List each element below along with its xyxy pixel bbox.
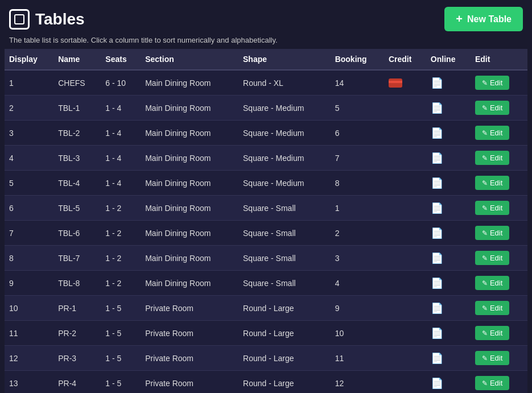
cell-name: TBL-1 (53, 96, 101, 121)
table-row: 8TBL-71 - 2Main Dining RoomSquare - Smal… (5, 246, 527, 271)
cell-credit (384, 70, 426, 96)
cell-name: TBL-3 (53, 146, 101, 171)
col-display[interactable]: Display (5, 49, 53, 70)
cell-edit: ✎Edit (471, 321, 527, 346)
edit-label: Edit (490, 179, 502, 187)
cell-credit (384, 196, 426, 221)
cell-shape: Round - Large (238, 371, 331, 394)
table-row: 12PR-31 - 5Private RoomRound - Large11📄✎… (5, 346, 527, 371)
pencil-icon: ✎ (482, 104, 488, 112)
logo-icon-inner (14, 14, 24, 24)
cell-section: Main Dining Room (141, 221, 238, 246)
cell-section: Private Room (141, 346, 238, 371)
new-table-button[interactable]: + New Table (444, 7, 523, 31)
plus-icon: + (456, 13, 463, 26)
edit-label: Edit (490, 229, 502, 237)
edit-button[interactable]: ✎Edit (475, 351, 509, 365)
edit-button[interactable]: ✎Edit (475, 101, 509, 115)
online-icon: 📄 (431, 152, 443, 164)
pencil-icon: ✎ (482, 254, 488, 262)
edit-label: Edit (490, 129, 502, 137)
cell-shape: Square - Medium (238, 121, 331, 146)
new-table-label: New Table (467, 14, 512, 24)
edit-button[interactable]: ✎Edit (475, 76, 509, 90)
edit-label: Edit (490, 204, 502, 212)
edit-button[interactable]: ✎Edit (475, 251, 509, 265)
cell-booking: 7 (331, 146, 384, 171)
cell-booking: 2 (331, 221, 384, 246)
pencil-icon: ✎ (482, 354, 488, 362)
edit-button[interactable]: ✎Edit (475, 226, 509, 240)
cell-credit (384, 346, 426, 371)
table-row: 13PR-41 - 5Private RoomRound - Large12📄✎… (5, 371, 527, 394)
edit-button[interactable]: ✎Edit (475, 126, 509, 140)
online-icon: 📄 (431, 77, 443, 89)
cell-online: 📄 (426, 271, 471, 296)
cell-booking: 5 (331, 96, 384, 121)
edit-button[interactable]: ✎Edit (475, 276, 509, 290)
cell-seats: 6 - 10 (101, 70, 141, 96)
col-edit[interactable]: Edit (471, 49, 527, 70)
cell-booking: 14 (331, 70, 384, 96)
cell-display: 1 (5, 70, 53, 96)
cell-seats: 1 - 5 (101, 296, 141, 321)
online-icon: 📄 (431, 353, 443, 364)
header-left: Tables (9, 9, 85, 30)
col-shape[interactable]: Shape (238, 49, 331, 70)
cell-display: 13 (5, 371, 53, 394)
cell-edit: ✎Edit (471, 171, 527, 196)
page-title: Tables (35, 10, 85, 28)
cell-shape: Square - Small (238, 196, 331, 221)
cell-section: Main Dining Room (141, 246, 238, 271)
cell-edit: ✎Edit (471, 296, 527, 321)
header-row: Display Name Seats Section Shape Booking… (5, 49, 527, 70)
cell-credit (384, 246, 426, 271)
cell-seats: 1 - 2 (101, 221, 141, 246)
cell-credit (384, 121, 426, 146)
cell-booking: 3 (331, 246, 384, 271)
cell-display: 8 (5, 246, 53, 271)
cell-display: 5 (5, 171, 53, 196)
cell-section: Private Room (141, 321, 238, 346)
table-row: 7TBL-61 - 2Main Dining RoomSquare - Smal… (5, 221, 527, 246)
edit-button[interactable]: ✎Edit (475, 376, 509, 390)
cell-online: 📄 (426, 196, 471, 221)
cell-credit (384, 221, 426, 246)
cell-section: Main Dining Room (141, 121, 238, 146)
cell-display: 9 (5, 271, 53, 296)
table-row: 6TBL-51 - 2Main Dining RoomSquare - Smal… (5, 196, 527, 221)
cell-section: Main Dining Room (141, 171, 238, 196)
cell-online: 📄 (426, 221, 471, 246)
cell-section: Main Dining Room (141, 96, 238, 121)
edit-button[interactable]: ✎Edit (475, 176, 509, 190)
cell-section: Private Room (141, 371, 238, 394)
cell-booking: 9 (331, 296, 384, 321)
cell-online: 📄 (426, 371, 471, 394)
cell-shape: Square - Small (238, 221, 331, 246)
table-row: 9TBL-81 - 2Main Dining RoomSquare - Smal… (5, 271, 527, 296)
col-seats[interactable]: Seats (101, 49, 141, 70)
edit-button[interactable]: ✎Edit (475, 201, 509, 215)
cell-section: Main Dining Room (141, 70, 238, 96)
col-section[interactable]: Section (141, 49, 238, 70)
edit-button[interactable]: ✎Edit (475, 151, 509, 165)
edit-button[interactable]: ✎Edit (475, 301, 509, 315)
col-online[interactable]: Online (426, 49, 471, 70)
edit-label: Edit (490, 304, 502, 312)
cell-section: Main Dining Room (141, 196, 238, 221)
table-container: Display Name Seats Section Shape Booking… (0, 49, 532, 393)
pencil-icon: ✎ (482, 79, 488, 87)
col-credit[interactable]: Credit (384, 49, 426, 70)
cell-seats: 1 - 4 (101, 121, 141, 146)
col-name[interactable]: Name (53, 49, 101, 70)
col-booking[interactable]: Booking (331, 49, 384, 70)
cell-section: Main Dining Room (141, 271, 238, 296)
cell-online: 📄 (426, 321, 471, 346)
pencil-icon: ✎ (482, 204, 488, 212)
edit-button[interactable]: ✎Edit (475, 326, 509, 340)
cell-display: 7 (5, 221, 53, 246)
pencil-icon: ✎ (482, 279, 488, 287)
cell-shape: Round - Large (238, 346, 331, 371)
cell-online: 📄 (426, 246, 471, 271)
cell-credit (384, 171, 426, 196)
